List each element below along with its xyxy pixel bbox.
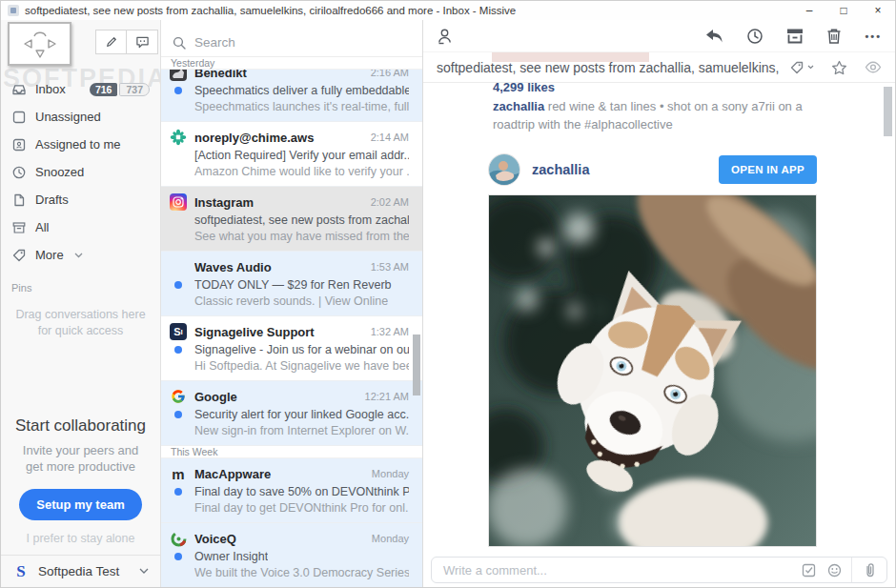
unread-dot bbox=[174, 553, 182, 560]
star-icon[interactable] bbox=[831, 60, 847, 75]
email-row-waves-audio[interactable]: Waves Audio 1:53 AM TODAY ONLY — $29 for… bbox=[161, 252, 422, 316]
softpedia-logo: S bbox=[12, 563, 30, 580]
assignee-icon[interactable] bbox=[437, 28, 453, 45]
pins-section-label: Pins bbox=[1, 282, 160, 294]
email-time: 1:32 AM bbox=[371, 326, 409, 337]
snooze-clock-icon[interactable] bbox=[746, 28, 764, 45]
comment-actions bbox=[792, 563, 851, 578]
email-time: 1:53 AM bbox=[371, 261, 409, 273]
sidebar-item-assigned-to-me[interactable]: Assigned to me bbox=[1, 131, 160, 158]
reading-scrollbar-thumb[interactable] bbox=[884, 87, 892, 136]
email-subject: Security alert for your linked Google ac… bbox=[194, 408, 409, 421]
clock-icon bbox=[11, 165, 27, 180]
email-row-voiceq[interactable]: VoiceQ Monday Owner Insight We built the… bbox=[161, 523, 422, 587]
email-sender: VoiceQ bbox=[194, 532, 365, 546]
trash-icon[interactable] bbox=[826, 28, 842, 45]
email-preview: Hi Softpedia. At Signagelive we have bee… bbox=[194, 359, 409, 373]
collaborate-promo: Start collaborating Invite your peers an… bbox=[1, 416, 160, 555]
total-count-badge: 737 bbox=[119, 83, 150, 96]
email-preview: Amazon Chime would like to verify your .… bbox=[194, 165, 409, 178]
account-switcher[interactable]: S Softpedia Test bbox=[1, 555, 160, 587]
list-scrollbar-thumb[interactable] bbox=[413, 335, 420, 395]
email-rows: m MacAppware Monday Final day to save 50… bbox=[161, 458, 422, 587]
unread-dot bbox=[174, 87, 182, 94]
likes-count: 4,299 likes bbox=[488, 83, 895, 94]
avatar-empty bbox=[169, 257, 188, 276]
archive-icon[interactable] bbox=[786, 28, 804, 44]
email-sender: Google bbox=[194, 390, 358, 404]
unread-dot bbox=[174, 281, 182, 289]
comment-input[interactable]: Write a comment... bbox=[431, 557, 887, 583]
eye-icon[interactable] bbox=[865, 61, 882, 73]
unread-dot bbox=[174, 411, 182, 418]
pencil-icon bbox=[105, 35, 118, 49]
close-button[interactable]: × bbox=[861, 1, 895, 20]
chat-bubble-icon bbox=[135, 35, 150, 49]
app-window: softpediatest, see new posts from zachal… bbox=[0, 0, 896, 588]
compose-buttons bbox=[95, 30, 158, 54]
email-preview: Classic reverb sounds. | View Online bbox=[194, 294, 388, 308]
tag-icon bbox=[11, 248, 27, 263]
conversation-list: Search Yesterday Benedikt 2:16 AM Speech… bbox=[161, 20, 423, 587]
sidebar-item-unassigned[interactable]: Unassigned bbox=[1, 103, 160, 131]
search-input[interactable]: Search bbox=[194, 35, 235, 50]
email-row-chime[interactable]: noreply@chime.aws 2:14 AM [Action Requir… bbox=[161, 122, 422, 187]
email-row-signagelive[interactable]: Sl Signagelive Support 1:32 AM Signageli… bbox=[161, 316, 422, 381]
caption-username[interactable]: zachallia bbox=[493, 99, 544, 113]
email-time: 2:02 AM bbox=[371, 196, 409, 208]
new-chat-button[interactable] bbox=[127, 30, 158, 54]
email-preview: Final day to get DEVONthink Pro for onl.… bbox=[194, 501, 409, 515]
stay-alone-link[interactable]: I prefer to stay alone bbox=[1, 532, 160, 545]
softpedia-watermark-box bbox=[8, 22, 71, 66]
email-time: 2:14 AM bbox=[371, 132, 409, 143]
email-body: 4,299 likes zachallia red wine & tan lin… bbox=[423, 83, 895, 555]
sidebar-item-label: More bbox=[35, 248, 64, 262]
compose-email-button[interactable] bbox=[95, 30, 127, 54]
sidebar-item-all[interactable]: All bbox=[1, 213, 160, 241]
task-checkbox-icon[interactable] bbox=[802, 563, 816, 578]
setup-team-button[interactable]: Setup my team bbox=[19, 489, 141, 520]
sidebar-item-label: All bbox=[35, 220, 49, 234]
label-tag-icon[interactable] bbox=[789, 60, 814, 75]
avatar-instagram bbox=[169, 193, 188, 212]
reply-icon[interactable] bbox=[705, 29, 723, 44]
email-subject: Signagelive - Join us for a webinar on o… bbox=[194, 343, 409, 356]
sidebar-spacer bbox=[1, 339, 160, 416]
email-sender: Waves Audio bbox=[194, 260, 364, 274]
app-icon bbox=[8, 5, 19, 16]
emoji-icon[interactable] bbox=[827, 563, 842, 578]
unread-dot bbox=[174, 488, 182, 496]
sidebar: SOFTPEDIA bbox=[1, 20, 161, 587]
email-time: 12:21 AM bbox=[365, 391, 409, 402]
attachment-paperclip-icon[interactable] bbox=[852, 562, 886, 578]
sidebar-top bbox=[1, 20, 160, 70]
email-preview: New sign-in from Internet Explorer on W.… bbox=[194, 424, 409, 437]
search-icon bbox=[173, 36, 186, 50]
email-row-instagram[interactable]: Instagram 2:02 AM softpediatest, see new… bbox=[161, 187, 422, 252]
chevron-down-icon bbox=[139, 568, 149, 575]
email-row-macappware[interactable]: m MacAppware Monday Final day to save 50… bbox=[161, 458, 422, 523]
archive-box-icon bbox=[11, 220, 27, 235]
avatar-macappware: m bbox=[169, 464, 188, 483]
sidebar-item-more[interactable]: More bbox=[1, 241, 160, 269]
maximize-button[interactable]: □ bbox=[826, 1, 861, 20]
email-sender: Instagram bbox=[194, 195, 364, 210]
unread-dot bbox=[174, 346, 182, 354]
pins-empty-text: Drag conversations here for quick access bbox=[14, 307, 148, 339]
email-preview: Speechmatics launches it's real-time, fu… bbox=[194, 100, 409, 113]
zachallia-avatar[interactable] bbox=[488, 153, 520, 186]
open-in-app-button[interactable]: OPEN IN APP bbox=[719, 155, 817, 184]
minimize-button[interactable]: – bbox=[792, 1, 826, 20]
email-row-google[interactable]: Google 12:21 AM Security alert for your … bbox=[161, 381, 422, 446]
sidebar-item-label: Snoozed bbox=[35, 165, 84, 179]
sidebar-item-inbox[interactable]: Inbox 716 737 bbox=[1, 75, 160, 103]
four-arrows-icon bbox=[19, 28, 61, 60]
email-time: Monday bbox=[372, 533, 409, 544]
profile-username[interactable]: zachallia bbox=[532, 162, 589, 177]
search-bar[interactable]: Search bbox=[161, 29, 422, 57]
inbox-badges: 716 737 bbox=[90, 83, 150, 96]
unread-count-badge: 716 bbox=[90, 83, 118, 96]
more-options-icon[interactable]: ••• bbox=[865, 30, 882, 42]
sidebar-item-snoozed[interactable]: Snoozed bbox=[1, 158, 160, 186]
sidebar-item-drafts[interactable]: Drafts bbox=[1, 186, 160, 213]
